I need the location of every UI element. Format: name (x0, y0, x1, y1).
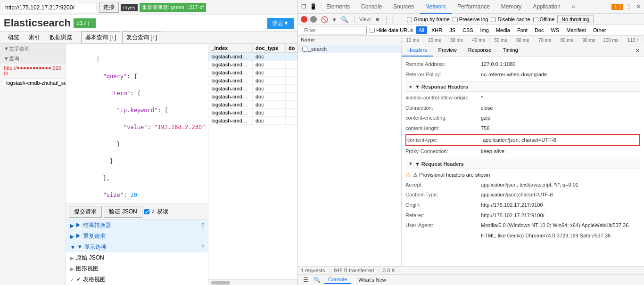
tab-elements[interactable]: Elements (321, 0, 355, 14)
sidebar-query-row: POST GET ▼ (0, 78, 66, 88)
query-editor[interactable]: { "query": { "term": { "ip.keyword": { "… (66, 44, 208, 204)
tab-network[interactable]: Network (420, 0, 452, 14)
es-title-bar: Elasticsearch 217） 信息▼ (0, 15, 297, 32)
toolbar-separator2 (402, 16, 402, 23)
detail-tab-response[interactable]: Response (462, 45, 497, 57)
results-section: ▶ ▶ 结果转换器 ? ▶ ▶ 重复请求 ▼ ▼ 显示选项 ? ▶ 原始 JSO… (66, 220, 208, 285)
validate-button[interactable]: 验证 JSON (104, 206, 142, 218)
tab-data-browse[interactable]: 数据浏览 (45, 32, 76, 43)
filter-img[interactable]: Img (478, 26, 492, 34)
tab-application[interactable]: Application (527, 0, 566, 14)
filter-css[interactable]: CSS (460, 26, 476, 34)
view-list-icon[interactable]: ≡ (375, 16, 380, 23)
bottom-tab-whats-new[interactable]: What's New (355, 276, 389, 284)
table-scrollbar[interactable] (208, 279, 297, 285)
bottom-filter-icon[interactable]: 🔍 (313, 276, 321, 284)
tab-more[interactable]: » (566, 0, 581, 14)
display-toggle[interactable]: ▼ ▼ 显示选项 ? (66, 242, 208, 252)
tab-overview[interactable]: 概览 (4, 32, 24, 43)
devtools-tab-bar: ❐ 📱 Elements Console Sources Network Per… (298, 0, 644, 14)
table-row[interactable]: logstash-cmdb-zhuhai doc (208, 69, 297, 77)
table-row[interactable]: logstash-cmdb-zhuhai doc (208, 101, 297, 109)
devtools-extra-controls: ⚠ 1 ⋮ ✕ (611, 3, 642, 10)
group-by-frame-checkbox[interactable] (407, 17, 412, 22)
search-icon[interactable]: 🔍 (340, 16, 349, 23)
table-row[interactable]: logstash-cmdb-zhuhai doc (208, 117, 297, 125)
sidebar-section-query[interactable]: ▼查询 (0, 54, 66, 64)
tab-complex-query[interactable]: 复合查询 [+] (122, 32, 161, 43)
converter-help[interactable]: ? (201, 222, 205, 229)
converter-toggle[interactable]: ▶ ▶ 结果转换器 ? (66, 220, 208, 231)
connect-button[interactable]: 连接 (99, 2, 119, 13)
throttling-select[interactable]: No throttling (557, 16, 594, 23)
es-title: Elasticsearch (4, 17, 71, 29)
tab-console[interactable]: Console (355, 0, 388, 14)
graph-view-option[interactable]: ▶ 图形视图 (66, 263, 208, 274)
network-list-item-search[interactable]: _search (298, 45, 401, 53)
clear-icon[interactable]: 🚫 (320, 16, 329, 23)
offline-checkbox[interactable] (533, 17, 538, 22)
filter-ws[interactable]: WS (548, 26, 562, 34)
display-help[interactable]: ? (201, 244, 205, 251)
record-button[interactable] (301, 16, 307, 23)
info-button[interactable]: 信息▼ (267, 18, 294, 29)
table-row[interactable]: logstash-cmdb-zhuhai doc (208, 53, 297, 61)
hide-data-urls-checkbox[interactable] (370, 28, 375, 33)
url-input[interactable] (3, 3, 97, 12)
tab-sources[interactable]: Sources (388, 0, 420, 14)
filter-media[interactable]: Media (493, 26, 513, 34)
tab-basic-query[interactable]: 基本查询 [+] (81, 32, 120, 43)
preserve-log-check[interactable]: Preserve log (453, 16, 488, 22)
submit-button[interactable]: 提交请求 (69, 206, 102, 218)
group-by-frame-check[interactable]: Group by frame (407, 16, 449, 22)
repeat-toggle[interactable]: ▶ ▶ 重复请求 (66, 231, 208, 242)
disable-cache-check[interactable]: Disable cache (491, 16, 530, 22)
table-row[interactable]: logstash-cmdb-zhuhai doc (208, 61, 297, 69)
query-path-input[interactable] (4, 79, 66, 87)
rh-content-type: content-type: application/json; charset=… (405, 134, 640, 147)
filter-js[interactable]: JS (446, 26, 458, 34)
bottom-tab-console[interactable]: Console (324, 276, 351, 284)
detail-tab-headers[interactable]: Headers (402, 45, 433, 57)
detail-tab-timing[interactable]: Timing (497, 45, 524, 57)
filter-all[interactable]: All (416, 26, 427, 34)
preserve-log-checkbox[interactable] (453, 17, 458, 22)
request-headers-section[interactable]: ▼ ▼ Request Headers (405, 159, 640, 169)
easy-read-check[interactable]: ✓ 易读 (144, 208, 168, 216)
close-devtools-icon[interactable]: ✕ (635, 3, 642, 10)
filter-input[interactable] (301, 26, 367, 34)
filter-manifest[interactable]: Manifest (563, 26, 589, 34)
detail-close-button[interactable]: ✕ (631, 45, 644, 56)
device-icon[interactable]: 📱 (309, 3, 317, 10)
tab-memory[interactable]: Memory (495, 0, 527, 14)
filter-other[interactable]: Other (590, 26, 609, 34)
sidebar-section-text-query[interactable]: ▼文字查询 (0, 44, 66, 54)
table-row[interactable]: logstash-cmdb-zhuhai doc (208, 77, 297, 85)
response-headers-section[interactable]: ▼ ▼ Response Headers (405, 81, 640, 92)
filter-font[interactable]: Font (514, 26, 530, 34)
stop-button[interactable] (310, 16, 317, 23)
detail-tab-preview[interactable]: Preview (433, 45, 462, 57)
row-checkbox[interactable] (301, 47, 308, 52)
view-grid-icon[interactable]: ⋮⋮ (383, 16, 397, 23)
offline-check[interactable]: Offline (533, 16, 555, 22)
response-section-arrow: ▼ (408, 84, 413, 90)
table-row[interactable]: logstash-cmdb-zhuhai doc (208, 85, 297, 93)
table-row[interactable]: logstash-cmdb-zhuhai doc (208, 109, 297, 117)
raw-json-option[interactable]: ▶ 原始 JSON (66, 252, 208, 263)
hide-data-urls-check[interactable]: Hide data URLs (370, 27, 413, 33)
table-row[interactable]: logstash-cmdb-zhuhai doc (208, 93, 297, 101)
disable-cache-checkbox[interactable] (491, 17, 496, 22)
filter-xhr[interactable]: XHR (429, 26, 445, 34)
filter-icon[interactable]: ▾ (332, 16, 337, 23)
settings-icon[interactable]: ⋮ (625, 3, 633, 10)
easy-read-checkbox[interactable] (144, 209, 149, 214)
table-view-option[interactable]: ✓ ✓ 表格视图 (66, 274, 208, 285)
row-select-checkbox[interactable] (302, 47, 307, 52)
filter-doc[interactable]: Doc (532, 26, 547, 34)
inspect-icon[interactable]: ❐ (300, 3, 307, 10)
tab-performance[interactable]: Performance (452, 0, 495, 14)
referrer-policy-key: Referrer Policy: (405, 71, 481, 79)
bottom-menu-icon[interactable]: ☰ (302, 276, 309, 284)
tab-index[interactable]: 索引 (25, 32, 44, 43)
